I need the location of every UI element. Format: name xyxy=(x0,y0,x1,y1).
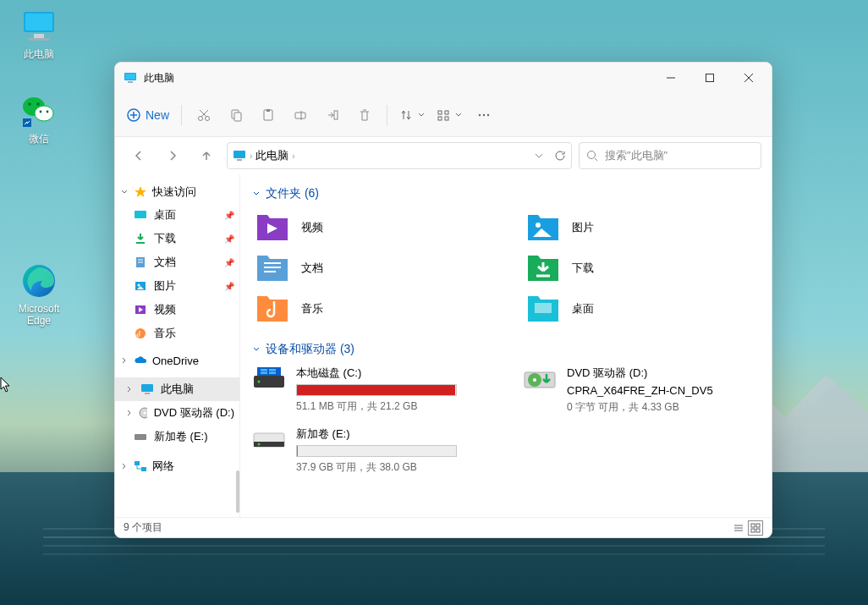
ellipsis-icon xyxy=(477,108,491,122)
sidebar-onedrive[interactable]: OneDrive xyxy=(115,350,239,371)
pin-icon: 📌 xyxy=(224,282,234,291)
sidebar-quick-access[interactable]: 快速访问 xyxy=(115,181,239,203)
svg-rect-30 xyxy=(295,113,305,118)
refresh-icon[interactable] xyxy=(554,150,566,162)
share-button[interactable] xyxy=(317,100,348,130)
sidebar-item-桌面[interactable]: 桌面📌 xyxy=(115,203,239,227)
paste-button[interactable] xyxy=(253,100,283,130)
view-button[interactable] xyxy=(431,100,467,130)
desktop-icon-edge[interactable]: Microsoft Edge xyxy=(7,262,71,327)
arrow-right-icon xyxy=(166,149,179,162)
star-icon xyxy=(134,185,147,199)
sidebar-item-视频[interactable]: 视频 xyxy=(115,298,239,322)
close-button[interactable] xyxy=(729,63,768,93)
back-button[interactable] xyxy=(125,142,152,169)
desktop-icon-label: 此电脑 xyxy=(7,47,71,62)
chevron-right-icon: › xyxy=(292,151,294,161)
folder-videos[interactable]: 视频 xyxy=(252,210,489,245)
delete-button[interactable] xyxy=(349,100,380,130)
svg-point-7 xyxy=(36,102,40,106)
chevron-down-icon xyxy=(418,112,425,118)
chevron-right-icon: › xyxy=(250,151,252,161)
explorer-window: 此电脑 New › 此电脑 › xyxy=(114,62,772,538)
view-details-button[interactable] xyxy=(731,520,746,536)
sort-button[interactable] xyxy=(394,100,430,130)
section-folders[interactable]: 文件夹 (6) xyxy=(252,186,760,201)
svg-rect-75 xyxy=(257,367,281,376)
drive-item[interactable]: DVD 驱动器 (D:)CPRA_X64FRE_ZH-CN_DV50 字节 可用… xyxy=(523,366,760,415)
sidebar-item-音乐[interactable]: 音乐 xyxy=(115,322,239,345)
titlebar[interactable]: 此电脑 xyxy=(115,63,772,93)
svg-rect-60 xyxy=(141,467,146,471)
desktop-icon-wechat[interactable]: 微信 xyxy=(7,91,71,146)
more-button[interactable] xyxy=(469,100,499,130)
desktop-icon-this-pc[interactable]: 此电脑 xyxy=(7,7,71,62)
sidebar-item-下载[interactable]: 下载📌 xyxy=(115,227,239,250)
monitor-icon xyxy=(233,149,246,162)
svg-point-9 xyxy=(47,111,49,113)
drive-item[interactable]: 新加卷 (E:)37.9 GB 可用，共 38.0 GB xyxy=(252,426,489,475)
svg-point-56 xyxy=(143,412,146,415)
folder-downloads[interactable]: 下载 xyxy=(523,250,760,286)
svg-point-82 xyxy=(533,378,536,382)
folder-pictures[interactable]: 图片 xyxy=(523,210,760,245)
wechat-icon xyxy=(20,91,58,129)
sidebar-network[interactable]: 网络 xyxy=(115,455,239,477)
sidebar-item-文档[interactable]: 文档📌 xyxy=(115,250,239,274)
svg-rect-90 xyxy=(756,524,760,527)
new-button[interactable]: New xyxy=(122,100,174,130)
copy-button[interactable] xyxy=(221,100,251,130)
breadcrumb-item[interactable]: 此电脑 xyxy=(255,148,288,163)
folder-icon xyxy=(526,213,560,242)
minimize-button[interactable] xyxy=(651,63,690,93)
svg-rect-16 xyxy=(706,74,714,82)
sort-icon xyxy=(399,108,413,122)
scrollbar-thumb[interactable] xyxy=(236,470,239,513)
svg-rect-32 xyxy=(334,111,338,119)
chevron-right-icon xyxy=(120,462,129,470)
svg-point-50 xyxy=(138,284,140,287)
drive-icon xyxy=(134,430,147,443)
forward-button[interactable] xyxy=(159,142,186,169)
address-bar[interactable]: › 此电脑 › xyxy=(227,142,572,169)
svg-point-63 xyxy=(536,223,541,228)
cut-button[interactable] xyxy=(189,100,219,130)
svg-rect-2 xyxy=(34,34,44,38)
sidebar-item-图片[interactable]: 图片📌 xyxy=(115,274,239,298)
rename-button[interactable] xyxy=(285,100,316,130)
svg-point-42 xyxy=(588,151,596,159)
chevron-down-icon xyxy=(455,112,462,118)
monitor-icon xyxy=(20,7,58,44)
monitor-icon xyxy=(140,382,154,396)
section-devices[interactable]: 设备和驱动器 (3) xyxy=(252,342,760,357)
trash-icon xyxy=(358,108,371,122)
maximize-button[interactable] xyxy=(690,63,729,93)
svg-point-37 xyxy=(479,113,481,115)
svg-rect-91 xyxy=(751,529,755,532)
cloud-icon xyxy=(134,354,147,367)
folder-documents[interactable]: 文档 xyxy=(252,250,489,286)
view-icons-button[interactable] xyxy=(748,520,763,536)
sidebar-newvol[interactable]: 新加卷 (E:) xyxy=(115,425,239,448)
svg-line-24 xyxy=(201,110,208,117)
folder-desktop[interactable]: 桌面 xyxy=(523,291,760,327)
folder-icon xyxy=(255,254,289,283)
drive-item[interactable]: 本地磁盘 (C:)51.1 MB 可用，共 21.2 GB xyxy=(252,366,489,415)
desktop-icon-label: Microsoft Edge xyxy=(7,303,71,327)
svg-rect-44 xyxy=(135,211,146,218)
sidebar-dvd[interactable]: DVD 驱动器 (D:) xyxy=(115,401,239,425)
svg-point-6 xyxy=(28,102,31,106)
folder-music[interactable]: 音乐 xyxy=(252,291,489,327)
svg-rect-77 xyxy=(269,369,276,371)
chevron-down-icon[interactable] xyxy=(534,151,544,161)
chevron-right-icon xyxy=(125,385,134,393)
up-button[interactable] xyxy=(193,142,220,169)
search-input[interactable]: 搜索"此电脑" xyxy=(579,142,761,169)
folder-icon xyxy=(255,294,289,323)
chevron-down-icon xyxy=(252,345,261,354)
sidebar-this-pc[interactable]: 此电脑 xyxy=(115,377,239,401)
svg-point-22 xyxy=(199,116,203,120)
drive-icon xyxy=(523,366,557,391)
svg-point-58 xyxy=(136,437,138,438)
chevron-right-icon xyxy=(120,356,129,365)
